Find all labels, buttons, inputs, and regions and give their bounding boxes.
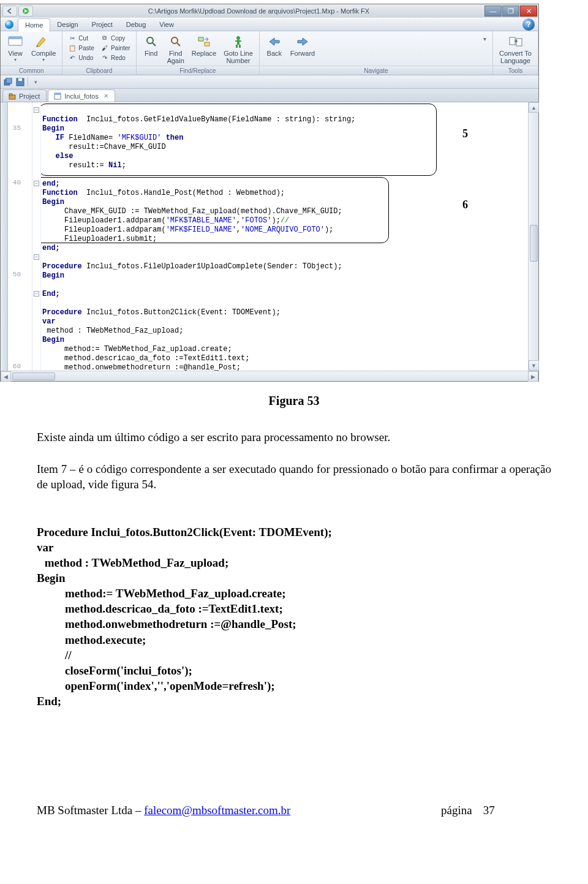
editor-side-strip xyxy=(1,102,8,371)
fold-toggle-icon[interactable]: − xyxy=(34,107,39,113)
goto-line-button[interactable]: Goto Line Number xyxy=(221,33,255,66)
svg-rect-13 xyxy=(239,45,241,48)
form-icon xyxy=(53,92,61,100)
scroll-thumb[interactable] xyxy=(530,225,538,262)
menu-project[interactable]: Project xyxy=(85,18,119,31)
svg-point-3 xyxy=(147,37,153,43)
fold-column: − − − − xyxy=(32,102,41,371)
copy-icon: ⧉ xyxy=(100,34,109,42)
scroll-thumb[interactable] xyxy=(12,372,55,380)
svg-rect-21 xyxy=(9,94,12,96)
paragraph-2: Item 7 – é o código correspondente a ser… xyxy=(37,462,551,492)
ribbon-group-navigate: Back Forward ▾ Navigate xyxy=(260,31,493,75)
project-icon xyxy=(8,92,16,100)
painter-icon: 🖌 xyxy=(100,43,109,52)
scroll-right-icon[interactable]: ▶ xyxy=(528,371,538,382)
scroll-down-icon[interactable]: ▼ xyxy=(529,360,539,371)
redo-button[interactable]: ↷Redo xyxy=(99,53,132,62)
menu-home[interactable]: Home xyxy=(18,18,50,32)
annotation-label-6: 6 xyxy=(462,200,468,210)
footer-page-number: 37 xyxy=(483,804,495,817)
scroll-left-icon[interactable]: ◀ xyxy=(1,371,11,382)
undo-button[interactable]: ↶Undo xyxy=(66,53,96,62)
forward-icon xyxy=(294,34,311,49)
footer-email-link[interactable]: falecom@mbsoftmaster.com.br xyxy=(144,804,290,817)
ide-window: C:\Artigos Morfik\Updload Download de ar… xyxy=(0,4,539,382)
horizontal-scrollbar[interactable]: ◀ ▶ xyxy=(1,371,538,381)
cut-button[interactable]: ✂Cut xyxy=(66,33,96,43)
svg-rect-7 xyxy=(198,37,203,41)
find-icon xyxy=(143,34,160,49)
replace-icon xyxy=(195,34,213,49)
ribbon-group-findreplace: Find Find Again Replace Goto Line Number… xyxy=(137,31,260,75)
find-again-icon xyxy=(167,34,184,49)
scroll-up-icon[interactable]: ▲ xyxy=(529,102,539,113)
titlebar-nav xyxy=(1,6,33,17)
svg-point-9 xyxy=(236,36,240,40)
nav-forward-button[interactable] xyxy=(18,6,33,17)
tab-inclui-fotos[interactable]: Inclui_fotos ✕ xyxy=(48,89,115,102)
compile-icon xyxy=(35,34,52,49)
qat-save-all-icon[interactable] xyxy=(3,77,13,87)
svg-rect-19 xyxy=(18,78,22,81)
convert-language-button[interactable]: Convert To Language xyxy=(497,33,534,66)
svg-rect-15 xyxy=(516,39,522,46)
footer-page-label: página xyxy=(441,804,472,817)
page-footer: MB Softmaster Ltda – falecom@mbsoftmaste… xyxy=(0,749,588,828)
paste-icon: 📋 xyxy=(68,43,77,52)
menu-view[interactable]: View xyxy=(153,18,181,31)
vertical-scrollbar[interactable]: ▲ ▼ xyxy=(528,102,538,371)
svg-rect-11 xyxy=(235,40,241,42)
menubar: Home Design Project Debug View ? xyxy=(1,18,538,31)
painter-button[interactable]: 🖌Painter xyxy=(99,43,132,53)
minimize-button[interactable]: — xyxy=(484,6,502,17)
cut-icon: ✂ xyxy=(68,34,77,42)
convert-icon xyxy=(507,34,524,49)
svg-rect-2 xyxy=(9,37,22,39)
svg-rect-12 xyxy=(236,45,238,48)
view-button[interactable]: View ▾ xyxy=(4,33,26,64)
titlebar: C:\Artigos Morfik\Updload Download de ar… xyxy=(1,4,538,18)
code-area[interactable]: Function Inclui_fotos.GetFieldValueByNam… xyxy=(41,102,528,371)
paste-button[interactable]: 📋Paste xyxy=(66,43,96,53)
menu-debug[interactable]: Debug xyxy=(119,18,153,31)
svg-line-6 xyxy=(177,43,180,46)
back-button[interactable]: Back xyxy=(263,33,285,58)
app-logo-icon[interactable] xyxy=(2,18,16,31)
replace-button[interactable]: Replace xyxy=(189,33,219,58)
fold-toggle-icon[interactable]: − xyxy=(34,181,39,186)
qat-customize-icon[interactable]: ▾ xyxy=(31,77,40,87)
ribbon: View ▾ Compile ▾ Common ✂Cut 📋Paste ↶Und… xyxy=(1,31,538,75)
document-body: Figura 53 Existe ainda um último código … xyxy=(0,382,588,724)
find-again-button[interactable]: Find Again xyxy=(165,33,187,66)
ribbon-group-clipboard: ✂Cut 📋Paste ↶Undo ⧉Copy 🖌Painter ↷Redo C… xyxy=(62,31,136,75)
copy-button[interactable]: ⧉Copy xyxy=(99,33,132,43)
maximize-button[interactable]: ❐ xyxy=(502,6,519,17)
tab-close-icon[interactable]: ✕ xyxy=(104,93,108,99)
svg-rect-17 xyxy=(6,78,12,83)
annotation-label-5: 5 xyxy=(462,129,468,138)
menu-design[interactable]: Design xyxy=(50,18,85,31)
find-button[interactable]: Find xyxy=(140,33,162,58)
fold-toggle-icon[interactable]: − xyxy=(34,291,39,297)
fold-toggle-icon[interactable]: − xyxy=(34,254,39,260)
redo-icon: ↷ xyxy=(100,53,109,62)
compile-button[interactable]: Compile ▾ xyxy=(29,33,58,64)
tab-project[interactable]: Project xyxy=(2,89,47,102)
navigate-dropdown-icon[interactable]: ▾ xyxy=(483,36,486,42)
footer-company: MB Softmaster Ltda – xyxy=(37,804,144,817)
code-listing: Procedure Inclui_fotos.Button2Click(Even… xyxy=(37,509,551,724)
figure-caption: Figura 53 xyxy=(37,394,551,408)
nav-back-button[interactable] xyxy=(2,6,17,17)
forward-button[interactable]: Forward xyxy=(288,33,317,58)
help-button[interactable]: ? xyxy=(522,18,535,31)
window-controls: — ❐ ✕ xyxy=(484,6,538,17)
qat-save-icon[interactable] xyxy=(15,77,25,87)
document-tabs: Project Inclui_fotos ✕ xyxy=(1,89,538,102)
code-editor[interactable]: 35 40 50 60 − − − − Function Inclui_foto… xyxy=(1,102,538,371)
svg-rect-8 xyxy=(205,42,209,46)
back-icon xyxy=(266,34,283,49)
line-number-gutter: 35 40 50 60 xyxy=(8,102,32,371)
svg-line-4 xyxy=(153,43,156,46)
close-button[interactable]: ✕ xyxy=(520,6,537,17)
